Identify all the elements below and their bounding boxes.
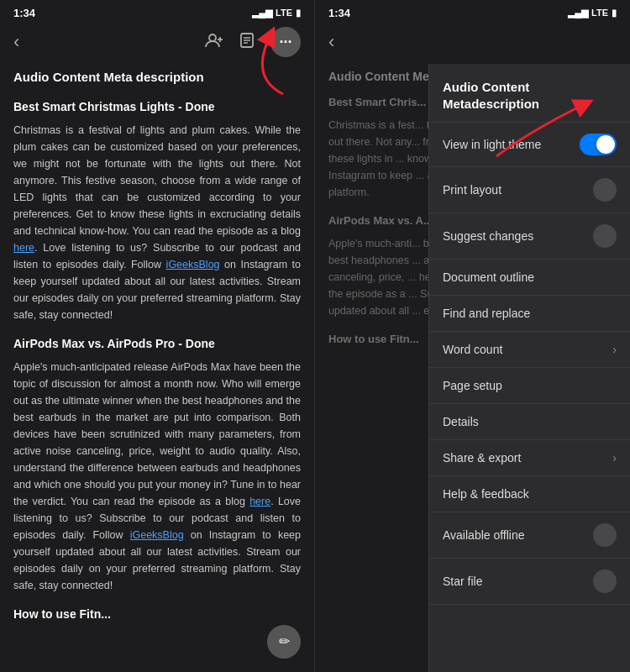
right-battery-icon: ▮	[612, 8, 617, 18]
right-status-icons: ▂▄▆ LTE ▮	[568, 8, 617, 18]
menu-item-word-count[interactable]: Word count ›	[429, 332, 630, 368]
left-toolbar: ‹	[0, 24, 314, 64]
available-offline-toggle[interactable]	[593, 523, 617, 547]
section-2-body: Apple's much-anticipated release AirPods…	[13, 359, 301, 594]
menu-item-available-offline[interactable]: Available offline	[429, 512, 630, 559]
available-offline-right	[593, 523, 617, 547]
print-layout-toggle[interactable]	[593, 178, 617, 202]
right-status-bar: 1:34 ▂▄▆ LTE ▮	[315, 0, 630, 24]
available-offline-label: Available offline	[443, 528, 525, 542]
suggest-changes-label: Suggest changes	[443, 229, 533, 243]
section-3-title: How to use Fitn...	[13, 606, 301, 624]
view-light-theme-right	[580, 134, 617, 155]
context-menu-panel: Audio Content Metadescription View in li…	[428, 64, 630, 672]
star-file-label: Star file	[443, 575, 482, 588]
add-person-icon[interactable]	[205, 33, 223, 52]
left-toolbar-right: ···	[205, 27, 301, 57]
document-title: Audio Content Meta description	[13, 67, 301, 87]
print-layout-right	[593, 178, 617, 202]
document-content: Audio Content Meta description Best Smar…	[0, 64, 314, 672]
svg-point-0	[209, 34, 216, 41]
menu-item-details[interactable]: Details	[429, 404, 630, 440]
menu-item-star-file[interactable]: Star file	[429, 559, 630, 605]
more-button[interactable]: ···	[270, 27, 301, 57]
menu-item-suggest-changes[interactable]: Suggest changes	[429, 213, 630, 260]
back-button[interactable]: ‹	[13, 31, 19, 53]
word-count-label: Word count	[443, 343, 502, 356]
menu-item-document-outline[interactable]: Document outline	[429, 260, 630, 296]
document-outline-label: Document outline	[443, 270, 534, 284]
right-panel: 1:34 ▂▄▆ LTE ▮ ‹ Audio Content Me... Bes…	[315, 0, 630, 672]
menu-item-print-layout[interactable]: Print layout	[429, 167, 630, 213]
word-count-right: ›	[612, 343, 617, 356]
section-1-title: Best Smart Christmas Lights - Done	[13, 98, 301, 117]
menu-items-list: View in light theme Print layout	[429, 123, 630, 672]
menu-header-title: Audio Content Metadescription	[443, 79, 617, 112]
suggest-changes-toggle[interactable]	[593, 224, 617, 248]
suggest-changes-right	[593, 224, 617, 248]
page-setup-label: Page setup	[443, 379, 502, 392]
overlay-container: Audio Content Me... Best Smart Chris... …	[315, 64, 630, 672]
link-4[interactable]: iGeeksBlog	[130, 529, 184, 541]
link-2[interactable]: iGeeksBlog	[166, 259, 220, 270]
find-replace-label: Find and replace	[443, 307, 530, 320]
menu-item-find-replace[interactable]: Find and replace	[429, 296, 630, 332]
view-light-theme-toggle[interactable]	[580, 134, 617, 155]
menu-header: Audio Content Metadescription	[429, 64, 630, 123]
more-dots-icon: ···	[279, 34, 291, 51]
share-export-chevron-icon: ›	[612, 451, 617, 465]
edit-fab[interactable]: ✏	[267, 625, 301, 659]
view-light-theme-label: View in light theme	[443, 138, 541, 151]
menu-item-page-setup[interactable]: Page setup	[429, 368, 630, 404]
left-status-bar: 1:34 ▂▄▆ LTE ▮	[0, 0, 314, 24]
share-export-label: Share & export	[443, 451, 521, 465]
right-time: 1:34	[328, 7, 350, 19]
link-3[interactable]: here	[249, 496, 270, 507]
left-network-label: LTE	[276, 8, 292, 18]
link-1[interactable]: here	[13, 242, 34, 254]
details-label: Details	[443, 415, 479, 428]
star-file-right	[593, 570, 617, 593]
menu-item-view-light-theme[interactable]: View in light theme	[429, 123, 630, 167]
menu-item-share-export[interactable]: Share & export ›	[429, 440, 630, 476]
left-battery-icon: ▮	[296, 8, 301, 18]
toggle-thumb	[596, 135, 615, 154]
right-back-button[interactable]: ‹	[328, 31, 334, 53]
left-status-icons: ▂▄▆ LTE ▮	[252, 8, 301, 18]
menu-item-help-feedback[interactable]: Help & feedback	[429, 476, 630, 512]
edit-icon: ✏	[279, 632, 290, 653]
right-signal-icon: ▂▄▆	[568, 8, 588, 18]
document-icon[interactable]	[239, 32, 255, 53]
star-file-toggle[interactable]	[593, 570, 617, 593]
word-count-chevron-icon: ›	[612, 343, 617, 356]
section-1-body: Christmas is a festival of lights and pl…	[13, 122, 301, 323]
left-signal-icon: ▂▄▆	[252, 8, 272, 18]
right-toolbar: ‹	[315, 24, 630, 64]
section-2-title: AirPods Max vs. AirPods Pro - Done	[13, 335, 301, 354]
help-feedback-label: Help & feedback	[443, 487, 529, 501]
share-export-right: ›	[612, 451, 617, 465]
print-layout-label: Print layout	[443, 183, 501, 197]
right-network-label: LTE	[591, 8, 608, 18]
left-toolbar-left: ‹	[13, 31, 19, 53]
left-time: 1:34	[13, 7, 35, 19]
